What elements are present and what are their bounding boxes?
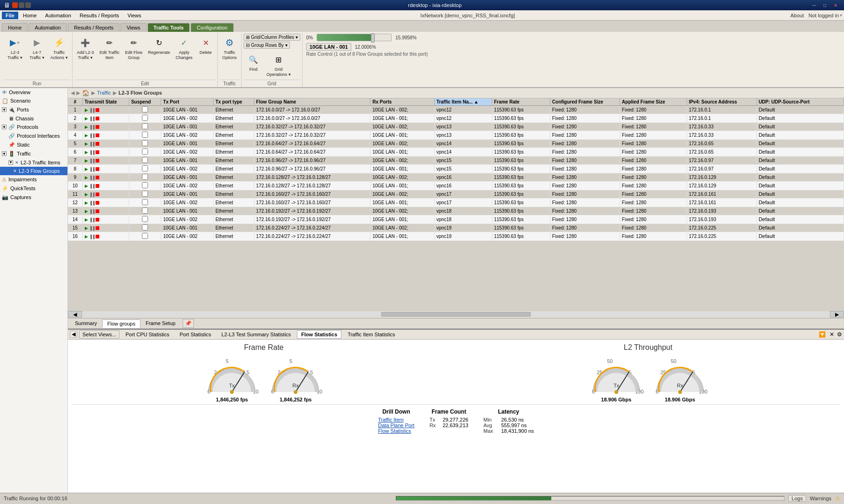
sidebar-item-static[interactable]: 📌 Static bbox=[0, 141, 67, 149]
suspend-checkbox[interactable] bbox=[142, 140, 148, 146]
table-row[interactable]: 11 ▶ ▐▐ 10GE LAN - 001 Ethernet 172.16.0… bbox=[68, 190, 844, 198]
sidebar-item-overview[interactable]: 👁 Overview bbox=[0, 88, 67, 96]
suspend-checkbox[interactable] bbox=[142, 233, 148, 239]
stats-tab-port-cpu[interactable]: Port CPU Statistics bbox=[121, 330, 174, 339]
grid-column-profiles-btn[interactable]: ⊞ Grid/Column Profiles ▾ bbox=[244, 34, 300, 41]
tab-frame-setup[interactable]: Frame Setup bbox=[141, 319, 181, 327]
suspend-checkbox[interactable] bbox=[142, 182, 148, 188]
stats-tab-flow[interactable]: Flow Statistics bbox=[297, 330, 341, 339]
table-row[interactable]: 1 ▶ ▐▐ 10GE LAN - 001 Ethernet 172.16.0.… bbox=[68, 105, 844, 114]
suspend-checkbox[interactable] bbox=[142, 165, 148, 171]
tab-configuration[interactable]: Configuration bbox=[191, 23, 233, 32]
col-tx-type[interactable]: Tx port type bbox=[213, 98, 254, 106]
window-controls[interactable]: ─ □ ✕ bbox=[810, 2, 840, 8]
col-traffic-item[interactable]: Traffic Item Na... ▲ bbox=[434, 98, 492, 106]
rate-slider[interactable] bbox=[317, 34, 392, 41]
sidebar-item-captures[interactable]: 📷 Captures bbox=[0, 193, 67, 202]
table-row[interactable]: 2 ▶ ▐▐ 10GE LAN - 002 Ethernet 172.16.0.… bbox=[68, 114, 844, 122]
col-applied-frame[interactable]: Applied Frame Size bbox=[620, 98, 687, 106]
sidebar-item-protocols[interactable]: ▼ 🔗 Protocols bbox=[0, 123, 67, 132]
table-row[interactable]: 3 ▶ ▐▐ 10GE LAN - 001 Ethernet 172.16.0.… bbox=[68, 122, 844, 131]
drill-data-plane-link[interactable]: Data Plane Port bbox=[378, 422, 415, 428]
l23-traffic-btn[interactable]: ▶▼ L2-3Traffic ▾ bbox=[4, 34, 26, 62]
col-config-frame[interactable]: Configured Frame Size bbox=[550, 98, 620, 106]
nav-back[interactable]: ◀ bbox=[71, 90, 74, 96]
stats-collapse-btn[interactable]: ◀ bbox=[70, 331, 77, 338]
table-row[interactable]: 5 ▶ ▐▐ 10GE LAN - 001 Ethernet 172.16.0.… bbox=[68, 139, 844, 148]
protocols-expand-icon[interactable]: ▼ bbox=[2, 125, 7, 129]
suspend-checkbox[interactable] bbox=[142, 132, 148, 138]
suspend-checkbox[interactable] bbox=[142, 148, 148, 155]
warnings-label[interactable]: Warnings bbox=[810, 496, 831, 501]
sidebar-item-traffic[interactable]: ▼ 🚦 Traffic bbox=[0, 149, 67, 158]
restore-btn[interactable]: □ bbox=[821, 2, 829, 8]
col-ipv4-src[interactable]: IPv4: Source Address bbox=[687, 98, 756, 106]
nav-home[interactable]: 🏠 bbox=[82, 89, 89, 96]
suspend-checkbox[interactable] bbox=[142, 115, 148, 121]
sidebar-item-impairments[interactable]: ⚠ Impairments bbox=[0, 175, 67, 184]
about-link[interactable]: About bbox=[790, 13, 804, 18]
stats-tab-port-stats[interactable]: Port Statistics bbox=[175, 330, 215, 339]
sidebar-item-quicktests[interactable]: ⚡ QuickTests bbox=[0, 184, 67, 193]
suspend-checkbox[interactable] bbox=[142, 224, 148, 230]
stats-tab-l2l3-summary[interactable]: L2-L3 Test Summary Statistics bbox=[217, 330, 295, 339]
scroll-track[interactable] bbox=[83, 312, 829, 317]
table-row[interactable]: 8 ▶ ▐▐ 10GE LAN - 002 Ethernet 172.16.0.… bbox=[68, 164, 844, 173]
menu-results[interactable]: Results / Reports bbox=[76, 12, 123, 19]
scroll-thumb[interactable] bbox=[381, 312, 531, 317]
l47-traffic-btn[interactable]: ▶ L4-7Traffic ▾ bbox=[27, 34, 47, 62]
regenerate-btn[interactable]: ↻ Regenerate bbox=[146, 34, 172, 57]
table-row[interactable]: 7 ▶ ▐▐ 10GE LAN - 001 Ethernet 172.16.0.… bbox=[68, 156, 844, 164]
breadcrumb-traffic[interactable]: Traffic bbox=[97, 90, 111, 96]
table-row[interactable]: 9 ▶ ▐▐ 10GE LAN - 001 Ethernet 172.16.0.… bbox=[68, 173, 844, 181]
grid-scroll-area[interactable]: # Transmit State Suspend Tx Port Tx port… bbox=[68, 98, 844, 311]
tab-traffic-tools[interactable]: Traffic Tools bbox=[148, 23, 190, 32]
tab-views[interactable]: Views bbox=[120, 23, 146, 32]
col-transmit-state[interactable]: Transmit State bbox=[82, 98, 129, 106]
tab-home[interactable]: Home bbox=[2, 23, 28, 32]
stats-gear-btn[interactable]: ⚙ bbox=[837, 331, 842, 338]
tab-summary[interactable]: Summary bbox=[70, 319, 102, 327]
drill-traffic-item-link[interactable]: Traffic Item bbox=[378, 417, 403, 422]
logs-label[interactable]: Logs bbox=[788, 495, 806, 502]
suspend-checkbox[interactable] bbox=[142, 106, 148, 112]
sidebar-item-protocol-interfaces[interactable]: 🔗 Protocol Interfaces bbox=[0, 132, 67, 141]
sidebar-item-scenario[interactable]: 📋 Scenario bbox=[0, 96, 67, 105]
suspend-checkbox[interactable] bbox=[142, 191, 148, 197]
apply-changes-btn[interactable]: ✓ ApplyChanges bbox=[173, 34, 195, 62]
table-row[interactable]: 13 ▶ ▐▐ 10GE LAN - 001 Ethernet 172.16.0… bbox=[68, 207, 844, 215]
col-udp-src[interactable]: UDP: UDP-Source-Port bbox=[756, 98, 844, 106]
sidebar-item-l23-flow-groups[interactable]: ✕ L2-3 Flow Groups bbox=[0, 167, 67, 175]
traffic-actions-btn[interactable]: ⚡ TrafficActions ▾ bbox=[48, 34, 70, 62]
l23-expand-icon[interactable]: ▼ bbox=[8, 160, 13, 165]
scroll-right-btn[interactable]: ▶ bbox=[830, 311, 844, 318]
delete-btn[interactable]: ✕ Delete bbox=[196, 34, 215, 57]
table-row[interactable]: 6 ▶ ▐▐ 10GE LAN - 002 Ethernet 172.16.0.… bbox=[68, 148, 844, 156]
tab-flow-groups[interactable]: Flow groups bbox=[102, 319, 141, 328]
suspend-checkbox[interactable] bbox=[142, 208, 148, 214]
ports-expand-icon[interactable]: ▼ bbox=[2, 107, 7, 112]
suspend-checkbox[interactable] bbox=[142, 199, 148, 205]
traffic-options-btn[interactable]: ⚙ TrafficOptions bbox=[220, 34, 239, 62]
col-suspend[interactable]: Suspend bbox=[129, 98, 161, 106]
find-btn[interactable]: 🔍 Find bbox=[244, 51, 263, 79]
tab-pin[interactable]: 📌 bbox=[183, 319, 194, 328]
select-views-btn[interactable]: Select Views... bbox=[79, 330, 119, 339]
menu-home[interactable]: Home bbox=[19, 12, 40, 19]
menu-views[interactable]: Views bbox=[124, 12, 145, 19]
table-row[interactable]: 12 ▶ ▐▐ 10GE LAN - 002 Ethernet 172.16.0… bbox=[68, 198, 844, 207]
col-tx-port[interactable]: Tx Port bbox=[161, 98, 214, 106]
stats-close-btn[interactable]: ✕ bbox=[829, 331, 834, 338]
sidebar-item-l23-traffic-items[interactable]: ▼ ✕ L2-3 Traffic Items bbox=[0, 158, 67, 167]
menu-file[interactable]: File bbox=[2, 12, 18, 19]
stats-tab-traffic-item[interactable]: Traffic Item Statistics bbox=[343, 330, 399, 339]
sidebar-item-chassis[interactable]: 🖥 Chassis bbox=[0, 114, 67, 123]
edit-flow-group-btn[interactable]: ✏ Edit FlowGroup bbox=[123, 34, 145, 62]
table-row[interactable]: 4 ▶ ▐▐ 10GE LAN - 002 Ethernet 172.16.0.… bbox=[68, 131, 844, 139]
group-rows-by-btn[interactable]: ⊟ Group Rows By ▾ bbox=[244, 42, 290, 49]
add-l23-traffic-btn[interactable]: ➕ Add L2-3Traffic ▾ bbox=[74, 34, 96, 62]
minimize-btn[interactable]: ─ bbox=[810, 2, 819, 8]
col-rx-ports[interactable]: Rx Ports bbox=[370, 98, 435, 106]
table-row[interactable]: 10 ▶ ▐▐ 10GE LAN - 002 Ethernet 172.16.0… bbox=[68, 181, 844, 190]
traffic-expand-icon[interactable]: ▼ bbox=[2, 151, 7, 156]
